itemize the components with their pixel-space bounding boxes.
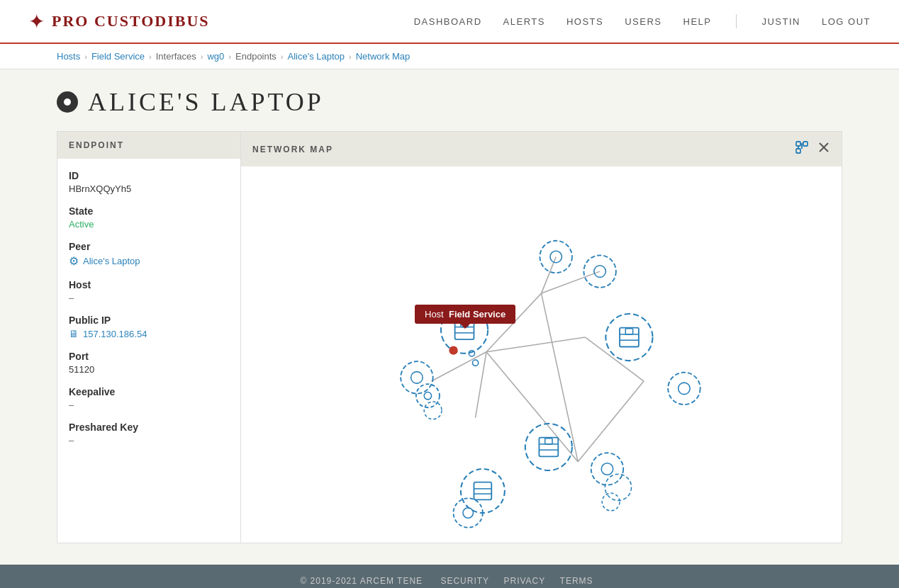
svg-point-23 — [540, 241, 571, 273]
footer-terms[interactable]: TERMS — [560, 576, 593, 586]
endpoint-node-left-3[interactable] — [424, 402, 442, 419]
svg-point-52 — [454, 498, 483, 527]
endpoint-node-left-2[interactable] — [416, 384, 440, 407]
svg-line-14 — [542, 293, 579, 462]
main-content: ENDPOINT ID HBrnXQQyYh5 State Active Pee… — [0, 131, 899, 565]
network-header-title: NETWORK MAP — [252, 145, 333, 154]
page-title: ALICE'S LAPTOP — [88, 87, 324, 117]
breadcrumb-sep-1: › — [84, 52, 87, 61]
field-peer-label: Peer — [69, 241, 229, 252]
breadcrumb-interfaces: Interfaces — [156, 51, 196, 62]
field-port: Port 51120 — [69, 351, 229, 375]
breadcrumb: Hosts › Field Service › Interfaces › wg0… — [0, 44, 899, 69]
endpoint-body: ID HBrnXQQyYh5 State Active Peer ⚙ Alice… — [57, 159, 240, 468]
nav-logout[interactable]: LOG OUT — [822, 16, 871, 27]
network-panel: NETWORK MAP — [241, 131, 842, 543]
nav-links: DASHBOARD ALERTS HOSTS USERS HELP JUSTIN… — [414, 14, 871, 28]
svg-line-10 — [476, 352, 486, 418]
svg-point-34 — [401, 361, 432, 393]
public-ip-value: 157.130.186.54 — [83, 329, 147, 339]
host-node-bottom-left[interactable] — [461, 469, 505, 513]
svg-line-15 — [486, 352, 578, 462]
svg-point-46 — [605, 474, 631, 500]
tooltip-name: Field Service — [449, 309, 506, 320]
breadcrumb-hosts[interactable]: Hosts — [57, 51, 80, 62]
svg-point-36 — [416, 384, 440, 407]
svg-rect-31 — [625, 329, 632, 334]
nav-users[interactable]: USERS — [625, 16, 661, 27]
logo-area: ✦ PRO CUSTODIBUS — [28, 10, 210, 33]
page-header: ALICE'S LAPTOP — [0, 69, 899, 131]
svg-line-13 — [578, 381, 644, 462]
top-navigation: ✦ PRO CUSTODIBUS DASHBOARD ALERTS HOSTS … — [0, 0, 899, 44]
svg-point-24 — [550, 251, 562, 263]
endpoint-node-far-right[interactable] — [668, 373, 700, 405]
footer-security[interactable]: SECURITY — [440, 576, 489, 586]
field-id-label: ID — [69, 170, 229, 181]
peer-link[interactable]: ⚙ Alice's Laptop — [69, 254, 229, 268]
logo-text: PRO CUSTODIBUS — [52, 12, 210, 30]
svg-rect-40 — [539, 438, 558, 457]
svg-point-38 — [424, 402, 442, 419]
layout-icon-button[interactable] — [795, 140, 809, 158]
field-host-value: – — [69, 293, 229, 303]
host-node-right[interactable] — [605, 314, 652, 361]
breadcrumb-alices-laptop[interactable]: Alice's Laptop — [288, 51, 345, 62]
svg-rect-43 — [545, 439, 552, 444]
field-state-label: State — [69, 205, 229, 217]
small-dot-2 — [472, 360, 478, 366]
nav-alerts[interactable]: ALERTS — [503, 16, 545, 27]
svg-line-17 — [542, 271, 601, 293]
endpoint-node-1[interactable] — [540, 241, 571, 273]
breadcrumb-field-service[interactable]: Field Service — [91, 51, 145, 62]
svg-point-53 — [463, 508, 473, 518]
nav-dashboard[interactable]: DASHBOARD — [414, 16, 482, 27]
endpoint-node-bottom-2[interactable] — [605, 474, 631, 500]
svg-point-37 — [424, 392, 431, 400]
field-id-value: HBrnXQQyYh5 — [69, 183, 229, 194]
footer: © 2019-2021 ARCEM TENE SECURITY PRIVACY … — [0, 565, 899, 588]
svg-point-33 — [679, 383, 691, 395]
field-id: ID HBrnXQQyYh5 — [69, 170, 229, 194]
network-map-area: Host Field Service — [241, 166, 842, 545]
field-peer: Peer ⚙ Alice's Laptop — [69, 241, 229, 268]
endpoint-node-vbottom[interactable] — [454, 498, 483, 527]
field-host-label: Host — [69, 279, 229, 290]
svg-point-45 — [601, 463, 613, 475]
logo-icon: ✦ — [28, 10, 45, 33]
endpoint-panel-header: ENDPOINT — [57, 132, 240, 159]
breadcrumb-sep-2: › — [149, 52, 152, 61]
footer-copyright: © 2019-2021 ARCEM TENE — [300, 576, 423, 586]
breadcrumb-sep-4: › — [228, 52, 231, 61]
endpoint-node-bottom-3[interactable] — [602, 493, 620, 511]
breadcrumb-sep-3: › — [201, 52, 203, 61]
alices-laptop-dot[interactable] — [449, 346, 457, 354]
svg-line-11 — [432, 352, 486, 381]
breadcrumb-wg0[interactable]: wg0 — [207, 51, 224, 62]
svg-rect-2 — [796, 149, 800, 153]
public-ip-link[interactable]: 🖥 157.130.186.54 — [69, 328, 229, 339]
nav-help[interactable]: HELP — [683, 16, 712, 27]
field-port-value: 51120 — [69, 364, 229, 375]
field-host: Host – — [69, 279, 229, 303]
nav-hosts[interactable]: HOSTS — [566, 16, 603, 27]
svg-rect-0 — [796, 142, 800, 146]
tooltip-prefix: Host — [425, 309, 444, 320]
field-keepalive-label: Keepalive — [69, 386, 229, 397]
field-keepalive: Keepalive – — [69, 386, 229, 410]
footer-privacy[interactable]: PRIVACY — [503, 576, 545, 586]
svg-point-47 — [602, 493, 620, 511]
svg-rect-28 — [620, 328, 639, 347]
nav-divider — [736, 14, 737, 28]
svg-line-9 — [486, 337, 585, 352]
network-panel-header: NETWORK MAP — [241, 132, 842, 166]
endpoint-panel: ENDPOINT ID HBrnXQQyYh5 State Active Pee… — [57, 131, 241, 543]
close-icon-button[interactable] — [817, 141, 830, 157]
endpoint-node-left-1[interactable] — [401, 361, 432, 393]
peer-icon: ⚙ — [69, 254, 79, 268]
breadcrumb-sep-5: › — [281, 52, 284, 61]
field-state: State Active — [69, 205, 229, 230]
field-port-label: Port — [69, 351, 229, 362]
ip-icon: 🖥 — [69, 328, 79, 339]
field-public-ip: Public IP 🖥 157.130.186.54 — [69, 315, 229, 339]
